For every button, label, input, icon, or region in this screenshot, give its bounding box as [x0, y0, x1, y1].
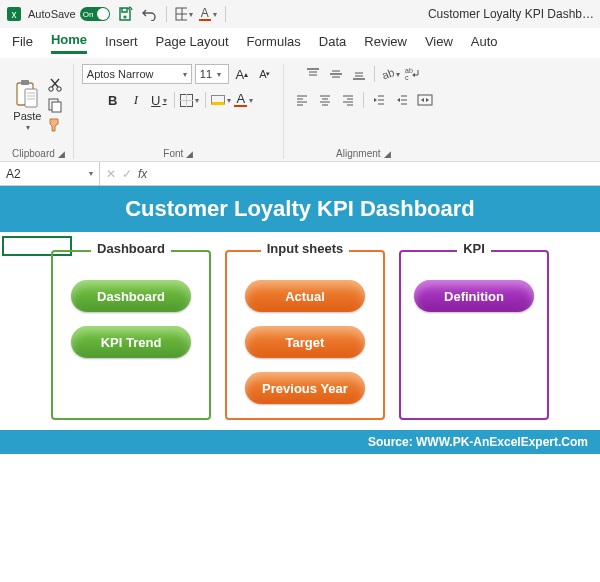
group-clipboard: Paste ▾ Clipboard◢ — [4, 64, 74, 159]
font-name-combo[interactable]: Aptos Narrow▾ — [82, 64, 192, 84]
source-footer: Source: WWW.PK-AnExcelExpert.Com — [0, 430, 600, 454]
qat-separator-2 — [225, 6, 226, 22]
qat-separator — [166, 6, 167, 22]
target-button[interactable]: Target — [245, 326, 365, 358]
panel-kpi: KPI Definition — [399, 250, 549, 420]
align-center-icon[interactable] — [315, 90, 335, 110]
font-launcher-icon[interactable]: ◢ — [186, 149, 193, 159]
align-middle-icon[interactable] — [326, 64, 346, 84]
font-color-qat-icon[interactable]: A▾ — [199, 5, 217, 23]
undo-icon[interactable] — [140, 5, 158, 23]
decrease-font-icon[interactable]: A▾ — [255, 64, 275, 84]
copy-icon[interactable] — [47, 97, 63, 113]
orientation-icon[interactable]: ab▾ — [380, 64, 400, 84]
tab-formulas[interactable]: Formulas — [247, 34, 301, 53]
bold-button[interactable]: B — [103, 90, 123, 110]
align-bottom-icon[interactable] — [349, 64, 369, 84]
svg-point-2 — [124, 16, 126, 18]
svg-line-15 — [51, 79, 58, 87]
svg-text:x: x — [12, 9, 17, 20]
paste-icon — [14, 79, 40, 109]
decrease-indent-icon[interactable] — [369, 90, 389, 110]
save-icon[interactable] — [116, 5, 134, 23]
underline-button[interactable]: U▾ — [149, 90, 169, 110]
tab-page-layout[interactable]: Page Layout — [156, 34, 229, 53]
dashboard-button[interactable]: Dashboard — [71, 280, 191, 312]
tab-insert[interactable]: Insert — [105, 34, 138, 53]
chevron-down-icon: ▾ — [26, 123, 30, 132]
excel-icon: x — [6, 6, 22, 22]
svg-marker-56 — [426, 98, 429, 102]
tab-data[interactable]: Data — [319, 34, 346, 53]
svg-text:c: c — [405, 74, 409, 81]
svg-rect-7 — [21, 80, 29, 85]
document-title: Customer Loyalty KPI Dashb… — [428, 7, 594, 21]
kpi-trend-button[interactable]: KPI Trend — [71, 326, 191, 358]
tab-file[interactable]: File — [12, 34, 33, 53]
svg-text:ab: ab — [381, 67, 395, 81]
title-bar: x AutoSave On ▾ A▾ Customer Loyalty KPI … — [0, 0, 600, 28]
borders-button[interactable]: ▾ — [180, 90, 200, 110]
align-top-icon[interactable] — [303, 64, 323, 84]
autosave-toggle[interactable]: AutoSave On — [28, 7, 110, 21]
increase-indent-icon[interactable] — [392, 90, 412, 110]
group-font: Aptos Narrow▾ 11▾ A▴ A▾ B I U▾ ▾ ▾ A▾ Fo… — [74, 64, 284, 159]
svg-point-13 — [57, 87, 61, 91]
cut-icon[interactable] — [47, 77, 63, 93]
tab-home[interactable]: Home — [51, 32, 87, 54]
tab-view[interactable]: View — [425, 34, 453, 53]
font-size-combo[interactable]: 11▾ — [195, 64, 229, 84]
svg-marker-55 — [421, 98, 424, 102]
tab-automate[interactable]: Auto — [471, 34, 498, 53]
svg-point-12 — [49, 87, 53, 91]
autosave-label: AutoSave — [28, 8, 76, 20]
align-left-icon[interactable] — [292, 90, 312, 110]
panel-row: Dashboard Dashboard KPI Trend Input shee… — [0, 232, 600, 430]
fx-icon[interactable]: fx — [138, 167, 147, 181]
svg-line-14 — [52, 79, 59, 87]
definition-button[interactable]: Definition — [414, 280, 534, 312]
actual-button[interactable]: Actual — [245, 280, 365, 312]
italic-button[interactable]: I — [126, 90, 146, 110]
name-box[interactable]: A2 ▾ — [0, 162, 100, 185]
tab-review[interactable]: Review — [364, 34, 407, 53]
formula-bar-row: A2 ▾ ✕ ✓ fx — [0, 162, 600, 186]
align-right-icon[interactable] — [338, 90, 358, 110]
clipboard-launcher-icon[interactable]: ◢ — [58, 149, 65, 159]
enter-formula-icon[interactable]: ✓ — [122, 167, 132, 181]
cancel-formula-icon[interactable]: ✕ — [106, 167, 116, 181]
alignment-launcher-icon[interactable]: ◢ — [384, 149, 391, 159]
paste-button[interactable]: Paste ▾ — [13, 79, 41, 132]
svg-rect-54 — [418, 95, 432, 105]
borders-qat-icon[interactable]: ▾ — [175, 5, 193, 23]
increase-font-icon[interactable]: A▴ — [232, 64, 252, 84]
svg-marker-46 — [374, 98, 377, 102]
svg-rect-17 — [52, 102, 61, 112]
merge-center-icon[interactable] — [415, 90, 435, 110]
wrap-text-icon[interactable]: abc — [403, 64, 423, 84]
font-color-button[interactable]: A▾ — [234, 90, 254, 110]
svg-text:ab: ab — [405, 67, 413, 74]
chevron-down-icon: ▾ — [89, 169, 93, 178]
svg-marker-50 — [397, 98, 400, 102]
format-painter-icon[interactable] — [47, 117, 63, 133]
dashboard-banner: Customer Loyalty KPI Dashboard — [0, 186, 600, 232]
previous-year-button[interactable]: Previous Year — [245, 372, 365, 404]
ribbon: Paste ▾ Clipboard◢ Aptos Narrow▾ 11▾ — [0, 58, 600, 162]
panel-dashboard: Dashboard Dashboard KPI Trend — [51, 250, 211, 420]
fill-color-button[interactable]: ▾ — [211, 90, 231, 110]
worksheet[interactable]: Customer Loyalty KPI Dashboard Dashboard… — [0, 186, 600, 454]
group-alignment: ab▾ abc Alignment◢ — [284, 64, 443, 159]
ribbon-tabs: File Home Insert Page Layout Formulas Da… — [0, 28, 600, 58]
svg-rect-8 — [25, 89, 37, 107]
panel-input-sheets: Input sheets Actual Target Previous Year — [225, 250, 385, 420]
